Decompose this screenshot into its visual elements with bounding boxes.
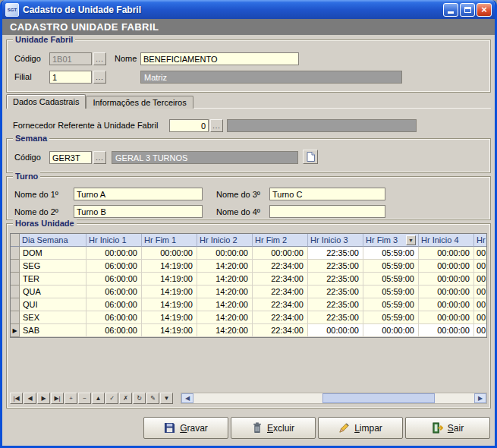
cell-time[interactable]: 06:00:00 bbox=[87, 286, 142, 298]
nav-next-button[interactable]: ▶ bbox=[37, 393, 50, 404]
cell-time[interactable]: 00:00:00 bbox=[419, 298, 474, 311]
limpar-button[interactable]: Limpar bbox=[318, 417, 403, 439]
cell-time[interactable]: 05:59:00 bbox=[363, 298, 419, 311]
nav-cancel-button[interactable]: ✗ bbox=[119, 393, 132, 404]
grid-column-header[interactable]: Dia Semana bbox=[20, 234, 87, 247]
cell-time[interactable]: 00:00:00 bbox=[253, 247, 308, 260]
cell-time[interactable]: 22:35:00 bbox=[308, 247, 363, 260]
cell-time[interactable]: 22:34:00 bbox=[253, 260, 308, 273]
cell-time[interactable]: 00:00:00 bbox=[419, 260, 474, 273]
codigo-input[interactable] bbox=[49, 52, 92, 65]
cell-dia-semana[interactable]: DOM bbox=[20, 247, 87, 260]
semana-document-button[interactable] bbox=[303, 150, 318, 164]
cell-dia-semana[interactable]: QUA bbox=[20, 286, 87, 298]
cell-time[interactable]: 14:19:00 bbox=[142, 311, 197, 324]
turno-3-input[interactable] bbox=[269, 188, 385, 200]
cell-time[interactable]: 22:35:00 bbox=[308, 311, 363, 324]
cell-dia-semana[interactable]: SEG bbox=[20, 260, 87, 273]
cell-time[interactable]: 06:00:00 bbox=[87, 273, 142, 286]
cell-time[interactable]: 00:00:00 bbox=[419, 286, 474, 298]
cell-time[interactable]: 00:00:00 bbox=[419, 247, 474, 260]
cell-time[interactable]: 22:35:00 bbox=[308, 260, 363, 273]
cell-time[interactable]: 06:00:00 bbox=[87, 311, 142, 324]
codigo-browse-button[interactable]: ... bbox=[93, 52, 106, 65]
cell-dia-semana[interactable]: TER bbox=[20, 273, 87, 286]
cell-time[interactable]: 00:0 bbox=[474, 324, 487, 337]
cell-time[interactable]: 00:0 bbox=[474, 298, 487, 311]
cell-time[interactable]: 00:0 bbox=[474, 286, 487, 298]
cell-time[interactable]: 00:00:00 bbox=[419, 273, 474, 286]
nav-last-button[interactable]: ▶| bbox=[51, 393, 64, 404]
cell-time[interactable]: 22:35:00 bbox=[308, 298, 363, 311]
cell-time[interactable]: 05:59:00 bbox=[363, 260, 419, 273]
nav-prior-button[interactable]: ◀ bbox=[24, 393, 36, 404]
close-button[interactable]: × bbox=[477, 3, 492, 17]
excluir-button[interactable]: Excluir bbox=[231, 417, 316, 439]
cell-time[interactable]: 00:0 bbox=[474, 311, 487, 324]
nav-delete-button[interactable]: − bbox=[78, 393, 91, 404]
cell-time[interactable]: 14:20:00 bbox=[197, 286, 253, 298]
cell-time[interactable]: 22:34:00 bbox=[253, 286, 308, 298]
cell-time[interactable]: 00:00:00 bbox=[87, 247, 142, 260]
fornecedor-browse-button[interactable]: ... bbox=[210, 119, 223, 132]
cell-time[interactable]: 05:59:00 bbox=[363, 273, 419, 286]
scroll-right-button[interactable]: ▶ bbox=[474, 393, 486, 403]
cell-time[interactable]: 00:00:00 bbox=[308, 324, 363, 337]
cell-dia-semana[interactable]: QUI bbox=[20, 298, 87, 311]
cell-time[interactable]: 14:19:00 bbox=[142, 260, 197, 273]
cell-time[interactable]: 22:35:00 bbox=[308, 286, 363, 298]
maximize-button[interactable] bbox=[460, 3, 475, 17]
cell-time[interactable]: 00:0 bbox=[474, 260, 487, 273]
scroll-left-button[interactable]: ◀ bbox=[181, 393, 193, 403]
nav-bookmark-button[interactable]: ✎ bbox=[146, 393, 159, 404]
cell-time[interactable]: 22:34:00 bbox=[253, 298, 308, 311]
cell-time[interactable]: 05:59:00 bbox=[363, 311, 419, 324]
nav-edit-button[interactable]: ▲ bbox=[92, 393, 105, 404]
column-dropdown-icon[interactable]: ▼ bbox=[406, 235, 416, 245]
cell-time[interactable]: 00:0 bbox=[474, 247, 487, 260]
cell-time[interactable]: 00:00:00 bbox=[363, 324, 419, 337]
turno-2-input[interactable] bbox=[74, 205, 203, 218]
cell-time[interactable]: 22:35:00 bbox=[308, 273, 363, 286]
cell-time[interactable]: 00:00:00 bbox=[197, 247, 253, 260]
cell-time[interactable]: 22:34:00 bbox=[253, 273, 308, 286]
sair-button[interactable]: Sair bbox=[405, 417, 490, 439]
nav-first-button[interactable]: |◀ bbox=[10, 393, 23, 404]
cell-time[interactable]: 05:59:00 bbox=[363, 286, 419, 298]
grid-column-header[interactable]: Hr F bbox=[474, 234, 487, 247]
nav-post-button[interactable]: ✓ bbox=[105, 393, 118, 404]
cell-time[interactable]: 22:34:00 bbox=[253, 324, 308, 337]
cell-time[interactable]: 22:34:00 bbox=[253, 311, 308, 324]
cell-time[interactable]: 06:00:00 bbox=[87, 324, 142, 337]
grid-column-header[interactable]: Hr Inicio 1 bbox=[87, 234, 142, 247]
cell-time[interactable]: 14:19:00 bbox=[142, 298, 197, 311]
nav-filter-button[interactable]: ▼ bbox=[160, 393, 173, 404]
horizontal-scrollbar[interactable]: ◀ ▶ bbox=[181, 393, 487, 404]
cell-time[interactable]: 14:19:00 bbox=[142, 286, 197, 298]
turno-1-input[interactable] bbox=[74, 188, 203, 200]
cell-dia-semana[interactable]: SAB bbox=[20, 324, 87, 337]
minimize-button[interactable] bbox=[443, 3, 458, 17]
cell-time[interactable]: 00:00:00 bbox=[142, 247, 197, 260]
grid-column-header[interactable]: Hr Inicio 3 bbox=[308, 234, 363, 247]
scrollbar-track[interactable] bbox=[193, 393, 474, 403]
cell-time[interactable]: 05:59:00 bbox=[363, 247, 419, 260]
cell-time[interactable]: 14:19:00 bbox=[142, 324, 197, 337]
cell-time[interactable]: 14:20:00 bbox=[197, 273, 253, 286]
grid-column-header[interactable]: Hr Inicio 2 bbox=[197, 234, 253, 247]
cell-time[interactable]: 06:00:00 bbox=[87, 260, 142, 273]
nome-input[interactable] bbox=[140, 52, 299, 65]
cell-time[interactable]: 14:20:00 bbox=[197, 298, 253, 311]
grid-column-header[interactable]: Hr Fim 1 bbox=[142, 234, 197, 247]
nav-refresh-button[interactable]: ↻ bbox=[133, 393, 146, 404]
titlebar[interactable]: SGT Cadastro de Unidade Fabril × bbox=[2, 0, 495, 19]
cell-time[interactable]: 00:00:00 bbox=[419, 324, 474, 337]
nav-insert-button[interactable]: + bbox=[64, 393, 77, 404]
cell-time[interactable]: 00:00:00 bbox=[419, 311, 474, 324]
fornecedor-input[interactable] bbox=[169, 119, 209, 132]
semana-browse-button[interactable]: ... bbox=[93, 151, 106, 164]
filial-input[interactable] bbox=[49, 71, 92, 84]
gravar-button[interactable]: Gravar bbox=[143, 417, 228, 439]
tab-dados-cadastrais[interactable]: Dados Cadastrais bbox=[6, 94, 86, 109]
turno-4-input[interactable] bbox=[269, 205, 385, 218]
